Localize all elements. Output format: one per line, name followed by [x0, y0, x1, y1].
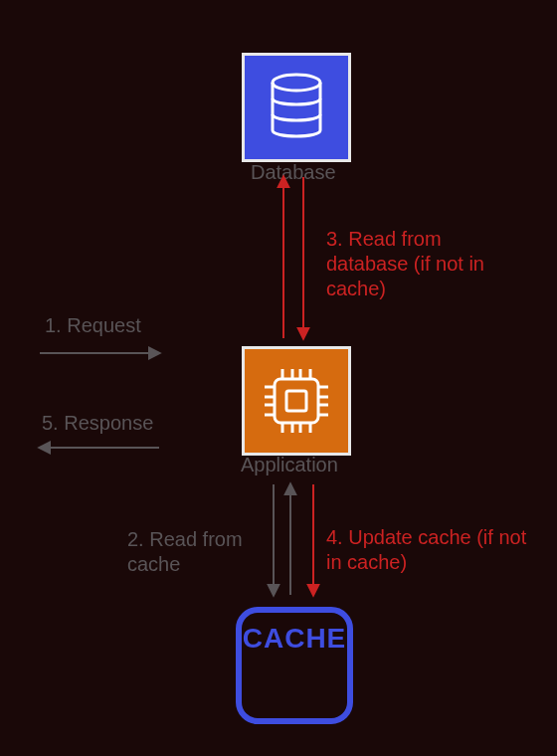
diagram-canvas: Database Application CACHE 1. Re	[0, 0, 557, 756]
cache-label: CACHE	[243, 623, 347, 655]
cache-node: CACHE	[236, 607, 353, 724]
svg-point-0	[273, 75, 320, 91]
database-node	[242, 53, 351, 162]
step-2-label: 2. Read from cache	[127, 527, 247, 577]
database-label: Database	[251, 161, 336, 184]
svg-rect-1	[275, 379, 318, 423]
svg-rect-2	[286, 391, 306, 411]
application-node	[242, 346, 351, 456]
database-icon	[267, 73, 326, 142]
step-4-label: 4. Update cache (if not in cache)	[326, 525, 535, 575]
step-5-label: 5. Response	[42, 412, 153, 435]
application-label: Application	[241, 454, 338, 476]
step-3-label: 3. Read from database (if not in cache)	[326, 227, 525, 301]
step-1-label: 1. Request	[45, 314, 141, 337]
chip-icon	[261, 365, 332, 437]
